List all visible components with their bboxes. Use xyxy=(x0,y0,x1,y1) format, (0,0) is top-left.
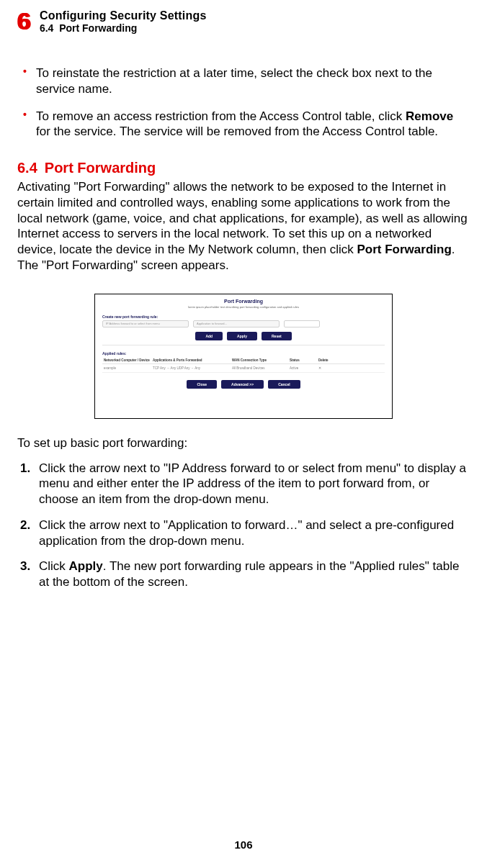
chapter-title: Configuring Security Settings xyxy=(40,9,207,22)
step-text: Click the arrow next to "Application to … xyxy=(39,518,454,548)
figure-ip-select: IP Address forward to or select from men… xyxy=(102,320,189,327)
bullet-prefix: To remove an access restriction from the… xyxy=(36,109,406,123)
figure-text-input xyxy=(284,320,320,327)
header-section-number: 6.4 xyxy=(40,22,53,34)
bullet-bold: Remove xyxy=(406,109,453,123)
figure-th: Delete xyxy=(318,358,347,362)
figure-close-button: Close xyxy=(187,380,217,389)
step-item: Click the arrow next to "IP Address forw… xyxy=(20,461,470,507)
section-title: Port Forwarding xyxy=(45,160,156,176)
figure-divider xyxy=(102,345,385,345)
figure-app-select: Application to forward... xyxy=(193,320,280,327)
figure-td: Active xyxy=(290,366,318,370)
step-bold: Apply xyxy=(69,559,103,573)
bullet-text: To reinstate the restriction at a later … xyxy=(36,66,432,96)
header-section-title: Port Forwarding xyxy=(59,22,137,34)
figure-buttons-row-2: Close Advanced >> Cancel xyxy=(95,380,392,389)
bullet-suffix: for the service. The service will be rem… xyxy=(36,125,438,138)
figure-applied-label: Applied rules: xyxy=(102,351,392,356)
figure-apply-button: Apply xyxy=(227,332,257,340)
figure-container: Port Forwarding lorem ipsum placeholder … xyxy=(17,294,470,419)
figure-th: Networked Computer / Device xyxy=(102,358,153,362)
step-text: Click the arrow next to "IP Address forw… xyxy=(39,461,466,507)
section-number: 6.4 xyxy=(17,160,37,176)
step-item: Click the arrow next to "Application to … xyxy=(20,517,470,549)
page-number: 106 xyxy=(0,838,487,851)
figure-cancel-button: Cancel xyxy=(268,380,300,389)
figure-th: Applications & Ports Forwarded xyxy=(153,358,232,362)
steps-list: Click the arrow next to "IP Address forw… xyxy=(17,461,470,590)
step-item: Click Apply. The new port forwarding rul… xyxy=(20,559,470,590)
figure-rule-label: Create new port forwarding rule: xyxy=(102,315,392,319)
figure-td: All Broadband Devices xyxy=(232,366,290,370)
bullet-item: To remove an access restriction from the… xyxy=(20,109,470,140)
figure-th: Status xyxy=(290,358,318,362)
figure-applied-table: Networked Computer / Device Applications… xyxy=(102,357,385,373)
figure-th: WAN Connection Type xyxy=(232,358,290,362)
figure-td: ✕ xyxy=(318,366,347,370)
figure-table-row: example TCP Any → Any UDP Any → Any All … xyxy=(102,364,385,373)
figure-inputs-row: IP Address forward to or select from men… xyxy=(102,320,385,327)
figure-title: Port Forwarding xyxy=(95,299,392,304)
header-section-subtitle: 6.4 Port Forwarding xyxy=(40,22,207,34)
port-forwarding-screenshot: Port Forwarding lorem ipsum placeholder … xyxy=(94,294,393,419)
intro-bullet-list: To reinstate the restriction at a later … xyxy=(20,65,470,140)
figure-td: TCP Any → Any UDP Any → Any xyxy=(153,366,232,370)
chapter-number-badge: 6 xyxy=(17,7,31,33)
figure-advanced-button: Advanced >> xyxy=(221,380,264,389)
step-prefix: Click xyxy=(39,559,69,573)
figure-td: example xyxy=(102,366,153,370)
page-content: To reinstate the restriction at a later … xyxy=(17,65,470,590)
header-titles: Configuring Security Settings 6.4 Port F… xyxy=(40,7,207,34)
figure-add-button: Add xyxy=(195,332,223,340)
intro-paragraph: Activating "Port Forwarding" allows the … xyxy=(17,179,470,273)
figure-buttons-row-1: Add Apply Reset xyxy=(95,332,392,340)
intro-bold: Port Forwarding xyxy=(357,243,452,256)
bullet-item: To reinstate the restriction at a later … xyxy=(20,65,470,97)
figure-reset-button: Reset xyxy=(262,332,292,340)
figure-table-header: Networked Computer / Device Applications… xyxy=(102,357,385,364)
section-heading: 6.4 Port Forwarding xyxy=(17,160,470,176)
figure-subtitle: lorem ipsum placeholder text describing … xyxy=(95,305,392,309)
page-header: 6 Configuring Security Settings 6.4 Port… xyxy=(17,7,470,34)
setup-intro-line: To set up basic port forwarding: xyxy=(17,436,470,451)
